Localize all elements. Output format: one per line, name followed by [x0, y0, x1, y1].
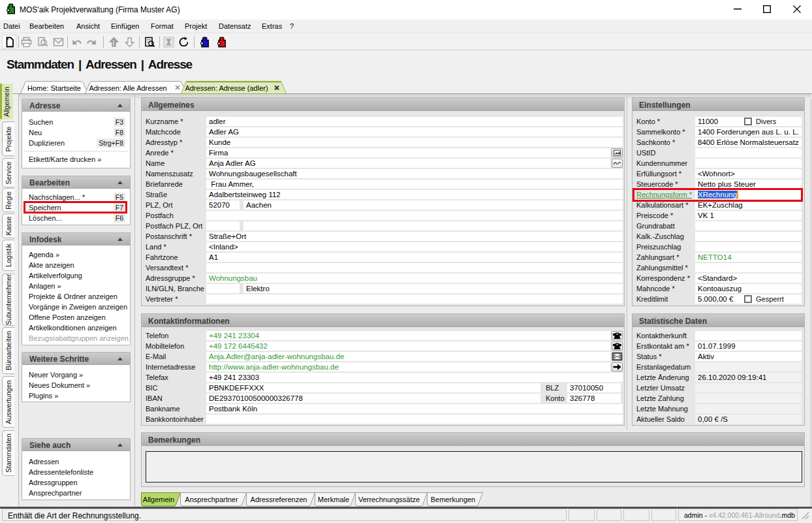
svg-text:Bemerkungen: Bemerkungen [431, 496, 476, 503]
svg-text:Adressen: Adresse (adler): Adressen: Adresse (adler) [185, 84, 268, 92]
svg-text:Home: Startseite: Home: Startseite [27, 84, 81, 92]
svg-text:Verrechnungssätze: Verrechnungssätze [358, 496, 420, 503]
svg-text:Ansprechpartner: Ansprechpartner [185, 496, 238, 503]
svg-text:Adressen: Alle Adressen: Adressen: Alle Adressen [89, 84, 166, 92]
svg-text:Merkmale: Merkmale [318, 496, 349, 503]
svg-text:Allgemein: Allgemein [143, 496, 174, 503]
svg-text:Adressreferenzen: Adressreferenzen [251, 496, 307, 503]
